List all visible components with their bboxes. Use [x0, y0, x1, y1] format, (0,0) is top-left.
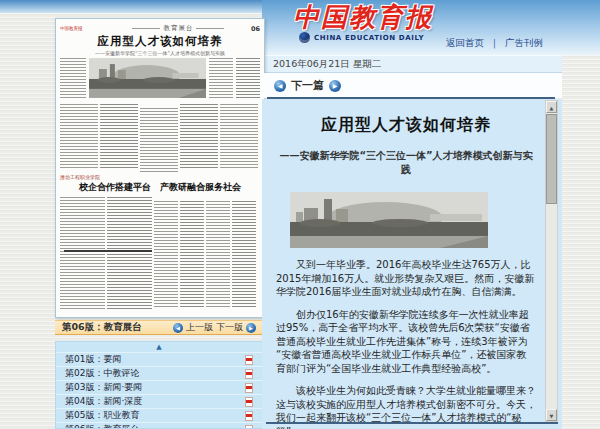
text-columns-placeholder — [140, 108, 178, 174]
mini-headline: 应用型人才该如何培养 — [60, 34, 260, 49]
text-columns-placeholder — [209, 58, 233, 98]
prev-article-icon[interactable]: ◀ — [274, 80, 286, 92]
pdf-icon[interactable] — [245, 369, 253, 379]
prev-edition-icon[interactable]: ◀ — [173, 323, 183, 333]
site-logo[interactable]: 中国教育报 CHINA EDUCATION DAILY — [293, 3, 433, 43]
pdf-icon[interactable] — [245, 411, 253, 421]
next-edition-button[interactable]: 下一版 — [216, 321, 243, 334]
mini-divider-rule — [64, 250, 152, 252]
article-scrollbar[interactable]: ▲ ▼ — [545, 100, 558, 422]
decor-line — [132, 28, 160, 29]
section-label: 第02版：中教评论 — [65, 367, 139, 380]
text-columns-placeholder — [60, 197, 105, 309]
campus-photo — [290, 192, 488, 248]
panel-bottom-divider — [266, 422, 558, 424]
section-label: 第06版：教育展台 — [65, 423, 139, 429]
logo-english-text: CHINA EDUCATION DAILY — [314, 34, 424, 42]
mini-body-row-2 — [60, 104, 260, 170]
mini-subhead: ——安徽新华学院“三个三位一体”人才培养模式创新与实践 — [60, 50, 260, 56]
text-columns-placeholder — [100, 104, 138, 170]
edition-pager-bar: 第06版：教育展台 ◀ 上一版 下一版 ▶ — [55, 320, 263, 335]
mini-masthead: 中国教育报 — [60, 26, 106, 31]
current-edition-label: 第06版：教育展台 — [62, 321, 142, 334]
pdf-icon[interactable] — [245, 383, 253, 393]
prev-edition-button[interactable]: 上一版 — [186, 321, 213, 334]
edition-section-list: ▲ 第01版：要闻 第02版：中教评论 第03版：新闻·要闻 第04版：新闻·深… — [55, 341, 263, 429]
article-paragraph: 又到一年毕业季。2016年高校毕业生达765万人，比2015年增加16万人。就业… — [276, 258, 536, 299]
text-columns-placeholder — [236, 58, 260, 98]
article-title: 应用型人才该如何培养 — [276, 115, 536, 136]
section-list-item[interactable]: 第02版：中教评论 — [56, 366, 262, 380]
next-article-icon[interactable]: ▶ — [329, 80, 341, 92]
scroll-up-icon[interactable]: ▲ — [546, 101, 557, 113]
mini-body-row-1 — [60, 58, 260, 98]
mini-kicker: 潍坊工程职业学院 — [60, 174, 100, 180]
text-columns-placeholder — [180, 201, 204, 309]
section-list-item[interactable]: 第06版：教育展台 — [56, 422, 262, 429]
home-link[interactable]: 返回首页 — [446, 37, 484, 48]
section-label: 第04版：新闻·深度 — [65, 395, 142, 408]
text-columns-placeholder — [60, 104, 98, 170]
section-label: 第03版：新闻·要闻 — [65, 381, 142, 394]
scroll-down-icon[interactable]: ▼ — [546, 409, 557, 421]
advertising-link[interactable]: 广告刊例 — [505, 37, 543, 48]
page: 中国教育报 CHINA EDUCATION DAILY 返回首页 ｜ 广告刊例 … — [0, 0, 600, 429]
article-toolbar: ◀ 下一篇 ▶ — [262, 73, 562, 98]
current-date: 2016年06月21日 星期二 — [273, 58, 381, 69]
article-panel: 应用型人才该如何培养 ——安徽新华学院“三个三位一体”人才培养模式创新与实践 又… — [262, 99, 562, 429]
scrollbar-thumb[interactable] — [546, 114, 557, 204]
text-columns-placeholder — [60, 58, 86, 98]
mini-section-label: 教育展台 — [163, 24, 193, 33]
next-edition-icon[interactable]: ▶ — [246, 323, 256, 333]
decor-line — [196, 28, 224, 29]
link-separator: ｜ — [490, 37, 499, 48]
pdf-icon[interactable] — [245, 355, 253, 365]
logo-chinese-text: 中国教育报 — [293, 3, 433, 31]
text-columns-placeholder — [107, 197, 152, 309]
text-columns-placeholder — [206, 201, 230, 309]
section-list-item[interactable]: 第05版：职业教育 — [56, 408, 262, 422]
section-label: 第01版：要闻 — [65, 353, 121, 366]
page-background-right — [562, 55, 600, 429]
left-top-gradient — [0, 0, 262, 13]
text-columns-placeholder — [180, 104, 218, 170]
pdf-icon[interactable] — [245, 397, 253, 407]
newspaper-viewer-panel: 中国教育报 教育展台 06 应用型人才该如何培养 ——安徽新华学院“三个三位一体… — [0, 13, 262, 429]
mini-headline-2: 校企合作搭建平台 产教研融合服务社会 — [60, 181, 260, 194]
text-columns-placeholder — [220, 104, 258, 170]
mini-body-row-3 — [60, 197, 260, 309]
section-list-item[interactable]: 第04版：新闻·深度 — [56, 394, 262, 408]
article-paragraph: 创办仅16年的安徽新华学院连续多年一次性就业率超过95%，高于全省平均水平。该校… — [276, 308, 536, 376]
section-list-item[interactable]: 第03版：新闻·要闻 — [56, 380, 262, 394]
mini-campus-photo — [89, 58, 206, 98]
pdf-icon[interactable] — [245, 425, 253, 429]
mini-page-number: 06 — [251, 25, 260, 33]
next-article-button[interactable]: 下一篇 — [291, 78, 324, 93]
collapse-arrow-icon[interactable]: ▲ — [56, 342, 262, 352]
article-subtitle: ——安徽新华学院“三个三位一体”人才培养模式创新与实践 — [276, 149, 536, 177]
date-bar: 2016年06月21日 星期二 — [262, 55, 562, 73]
globe-icon — [299, 32, 310, 43]
text-columns-placeholder — [154, 201, 178, 309]
section-label: 第05版：职业教育 — [65, 409, 139, 422]
section-list-item[interactable]: 第01版：要闻 — [56, 352, 262, 366]
text-columns-placeholder — [232, 201, 256, 309]
newspaper-page-thumbnail[interactable]: 中国教育报 教育展台 06 应用型人才该如何培养 ——安徽新华学院“三个三位一体… — [55, 18, 265, 318]
mini-page-header: 中国教育报 教育展台 06 — [60, 24, 260, 33]
header-links: 返回首页 ｜ 广告刊例 — [446, 37, 543, 50]
